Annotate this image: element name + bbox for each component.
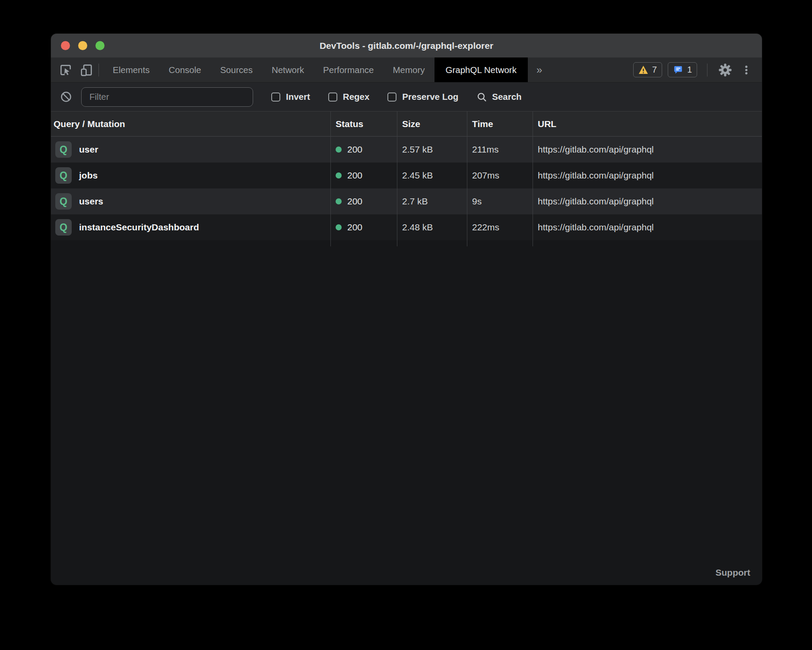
controls-divider bbox=[707, 64, 707, 76]
size-value: 2.57 kB bbox=[397, 144, 467, 155]
request-url: https://gitlab.com/api/graphql bbox=[533, 196, 762, 207]
search-label: Search bbox=[492, 92, 521, 102]
panel-tab-label: Sources bbox=[220, 65, 253, 75]
query-name: user bbox=[79, 144, 98, 155]
query-name: jobs bbox=[79, 170, 98, 181]
inspect-element-icon[interactable] bbox=[58, 62, 73, 78]
column-divider[interactable] bbox=[467, 112, 467, 246]
status-cell: 200 bbox=[330, 222, 397, 233]
request-row[interactable]: Q user 200 2.57 kB 211ms https://gitlab.… bbox=[51, 137, 762, 162]
panel-tab-label: Console bbox=[168, 65, 201, 75]
minimize-window-button[interactable] bbox=[78, 41, 87, 50]
checkbox-box[interactable] bbox=[328, 92, 337, 102]
column-header-query[interactable]: Query / Mutation bbox=[51, 119, 330, 129]
query-type-badge: Q bbox=[55, 219, 72, 236]
request-url: https://gitlab.com/api/graphql bbox=[533, 222, 762, 233]
tabbar-tool-icons bbox=[51, 57, 94, 82]
traffic-lights bbox=[61, 41, 105, 50]
devtools-tabbar: Elements Console Sources Network Perform… bbox=[51, 57, 762, 82]
panel-tabs: Elements Console Sources Network Perform… bbox=[103, 57, 551, 82]
column-header-size[interactable]: Size bbox=[397, 119, 467, 129]
time-value: 9s bbox=[467, 196, 533, 207]
checkbox-label: Preserve Log bbox=[402, 92, 458, 102]
warnings-badge[interactable]: 7 bbox=[633, 62, 662, 77]
panel-tab[interactable]: Sources bbox=[211, 57, 262, 82]
filter-checkbox[interactable]: Regex bbox=[328, 92, 370, 102]
query-cell: Q users bbox=[51, 193, 330, 210]
tabbar-right-controls: 7 1 bbox=[633, 57, 762, 82]
message-bubble-icon bbox=[673, 65, 683, 75]
request-url: https://gitlab.com/api/graphql bbox=[533, 144, 762, 155]
panel-tab[interactable]: GraphQL Network bbox=[435, 57, 528, 82]
panel-tab-label: Memory bbox=[393, 65, 425, 75]
panel-tab[interactable]: Network bbox=[262, 57, 314, 82]
issues-badge[interactable]: 1 bbox=[668, 62, 697, 77]
query-cell: Q user bbox=[51, 141, 330, 158]
warning-triangle-icon bbox=[638, 65, 648, 74]
column-divider[interactable] bbox=[533, 112, 533, 246]
column-header-time[interactable]: Time bbox=[467, 119, 533, 129]
tabbar-divider bbox=[98, 64, 99, 76]
devtools-window: DevTools - gitlab.com/-/graphql-explorer… bbox=[51, 34, 762, 585]
device-toolbar-icon[interactable] bbox=[79, 62, 94, 78]
status-cell: 200 bbox=[330, 196, 397, 207]
requests-panel: Query / Mutation Status Size Time URL Q … bbox=[51, 112, 762, 585]
panel-tab[interactable]: Memory bbox=[383, 57, 434, 82]
time-value: 211ms bbox=[467, 144, 533, 155]
search-icon bbox=[476, 92, 487, 102]
query-type-badge: Q bbox=[55, 193, 72, 210]
filter-checkbox[interactable]: Preserve Log bbox=[387, 92, 458, 102]
filter-toolbar: Invert Regex Preserve Log Search bbox=[51, 82, 762, 112]
filter-checkbox[interactable]: Invert bbox=[271, 92, 310, 102]
column-divider[interactable] bbox=[397, 112, 397, 246]
close-window-button[interactable] bbox=[61, 41, 70, 50]
checkbox-box[interactable] bbox=[271, 92, 280, 102]
clear-block-icon[interactable] bbox=[58, 89, 74, 105]
request-row[interactable]: Q jobs 200 2.45 kB 207ms https://gitlab.… bbox=[51, 162, 762, 188]
search-button[interactable]: Search bbox=[476, 92, 521, 102]
status-code: 200 bbox=[347, 144, 362, 155]
query-type-badge: Q bbox=[55, 141, 72, 158]
status-ok-dot bbox=[336, 147, 342, 153]
query-name: users bbox=[79, 196, 103, 207]
issue-count: 1 bbox=[687, 65, 692, 75]
column-divider[interactable] bbox=[330, 112, 331, 246]
request-row[interactable]: Q users 200 2.7 kB 9s https://gitlab.com… bbox=[51, 188, 762, 214]
status-code: 200 bbox=[347, 222, 362, 233]
status-code: 200 bbox=[347, 196, 362, 207]
request-row[interactable]: Q instanceSecurityDashboard 200 2.48 kB … bbox=[51, 214, 762, 240]
status-ok-dot bbox=[336, 224, 342, 230]
panel-tab[interactable]: Console bbox=[159, 57, 210, 82]
panel-tab-label: Network bbox=[272, 65, 304, 75]
status-ok-dot bbox=[336, 198, 342, 204]
panel-tab-label: GraphQL Network bbox=[446, 65, 517, 75]
support-link[interactable]: Support bbox=[716, 567, 750, 578]
filter-input[interactable] bbox=[81, 87, 253, 107]
checkbox-label: Invert bbox=[286, 92, 310, 102]
checkbox-label: Regex bbox=[343, 92, 370, 102]
column-header-url[interactable]: URL bbox=[533, 119, 762, 129]
panel-tab-label: Performance bbox=[323, 65, 374, 75]
time-value: 222ms bbox=[467, 222, 533, 233]
status-cell: 200 bbox=[330, 144, 397, 155]
settings-gear-icon[interactable] bbox=[717, 62, 733, 78]
size-value: 2.7 kB bbox=[397, 196, 467, 207]
window-title: DevTools - gitlab.com/-/graphql-explorer bbox=[51, 41, 762, 51]
query-type-badge: Q bbox=[55, 167, 72, 184]
more-tabs-button[interactable]: » bbox=[528, 57, 551, 82]
zoom-window-button[interactable] bbox=[95, 41, 105, 50]
status-cell: 200 bbox=[330, 170, 397, 181]
kebab-menu-icon[interactable] bbox=[739, 62, 754, 78]
panel-tab[interactable]: Elements bbox=[103, 57, 159, 82]
warning-count: 7 bbox=[652, 65, 657, 75]
status-ok-dot bbox=[336, 172, 342, 178]
request-url: https://gitlab.com/api/graphql bbox=[533, 170, 762, 181]
checkbox-box[interactable] bbox=[387, 92, 396, 102]
query-cell: Q jobs bbox=[51, 167, 330, 184]
size-value: 2.48 kB bbox=[397, 222, 467, 233]
query-cell: Q instanceSecurityDashboard bbox=[51, 219, 330, 236]
time-value: 207ms bbox=[467, 170, 533, 181]
column-header-status[interactable]: Status bbox=[330, 119, 397, 129]
panel-tab[interactable]: Performance bbox=[314, 57, 383, 82]
titlebar: DevTools - gitlab.com/-/graphql-explorer bbox=[51, 34, 762, 57]
